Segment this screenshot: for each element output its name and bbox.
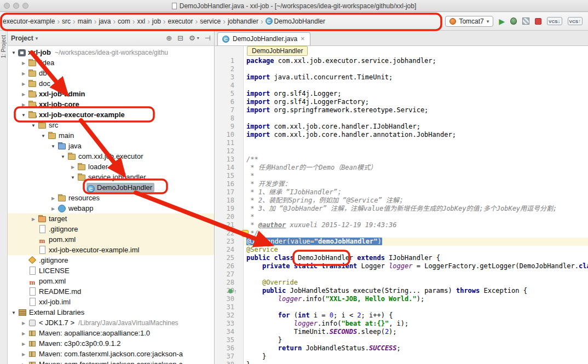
debug-button[interactable] [510,18,517,25]
collapse-arrow-icon[interactable]: ▼ [20,110,27,120]
collapse-all-icon[interactable]: ⊟ [177,34,183,42]
tree-item-gitignore[interactable]: .gitignore [8,255,214,265]
folder-icon [28,79,37,87]
expand-arrow-icon[interactable]: ▶ [20,68,27,78]
line-number: 3 [215,73,243,82]
collapse-arrow-icon[interactable]: ▼ [69,172,77,182]
editor-breadcrumb-chip[interactable]: DemoJobHandler [247,46,308,56]
breadcrumb-item-src[interactable]: src [62,18,71,25]
tree-item-xxl-job-executor-example-iml[interactable]: xxl-job-executor-example.iml [8,245,214,255]
tree-item-content: service.jobhandler [77,172,148,182]
breadcrumb-item-java[interactable]: java [99,18,111,25]
expand-arrow-icon[interactable]: ▶ [20,318,27,328]
tree-item-webapp[interactable]: ▶webapp [8,203,214,213]
breadcrumb-item-job[interactable]: job [152,18,161,25]
breadcrumb-item-xxl[interactable]: xxl [137,18,145,25]
collapse-arrow-icon[interactable]: ▼ [39,131,47,141]
expand-arrow-icon[interactable]: ▶ [20,339,27,349]
tree-item-xxl-job-executor-example[interactable]: ▼xxl-job-executor-example [8,109,214,120]
tree-item-readme-md[interactable]: README.md [8,286,214,297]
breadcrumb-item-executor-example[interactable]: executor-example [3,18,55,25]
tree-item-xxl-job[interactable]: ▼xxl-job~/workspaces/idea-git-workspace/… [8,47,214,57]
tab-demojobhandler[interactable]: C DemoJobHandler.java × [217,32,310,45]
expand-arrow-icon[interactable]: ▶ [20,349,27,359]
tree-item-pom-xml[interactable]: mpom.xml [8,234,214,245]
expand-arrow-icon[interactable]: ▶ [20,79,27,89]
collapse-arrow-icon[interactable]: ▼ [59,152,67,161]
breadcrumb-item-executor[interactable]: executor [168,18,193,25]
breadcrumb-item-service[interactable]: service [200,18,221,25]
code-line-27 [246,270,588,279]
minimize-window-icon[interactable] [13,3,19,9]
tree-item-loader[interactable]: ▶loader [8,161,214,172]
expand-arrow-icon[interactable]: ▶ [49,204,57,213]
tree-item-xxl-job-admin[interactable]: ▶xxl-job-admin [8,89,214,99]
tree-item-maven-aopalliance-aopalliance-1-0[interactable]: ▶Maven: aopalliance:aopalliance:1.0 [8,328,214,338]
tree-item-xxl-job-core[interactable]: ▶xxl-job-core [8,99,214,109]
tree-item-target[interactable]: ▶target [8,213,214,224]
folder-res-icon [57,194,66,201]
breadcrumb-item-jobhandler[interactable]: jobhandler [228,18,258,25]
editor-tabs: C DemoJobHandler.java × [215,31,588,46]
tree-item-demojobhandler[interactable]: CDemoJobHandler [8,182,214,193]
file-icon [38,246,47,253]
code-line-33: logger.info("beat at:{}", i); [246,320,588,328]
intention-bulb-icon[interactable] [241,230,249,237]
collapse-arrow-icon[interactable]: ▼ [49,141,57,151]
tree-item-maven-com-fasterxml-jackson-core-jackson-c[interactable]: ▶Maven: com.fasterxml.jackson.core:jacks… [8,359,214,364]
tree-item-label: Maven: aopalliance:aopalliance:1.0 [39,329,150,337]
expand-arrow-icon[interactable]: ▶ [69,162,77,172]
expand-arrow-icon[interactable]: ▶ [20,58,27,68]
expand-arrow-icon[interactable]: ▶ [20,89,27,99]
tree-item-external-libraries[interactable]: ▼External Libraries [8,307,214,317]
collapse-arrow-icon[interactable]: ▼ [10,48,18,57]
code-area[interactable]: package com.xxl.job.executor.service.job… [246,57,588,364]
tree-item-java[interactable]: ▼java [8,141,214,151]
override-marker-icon[interactable]: ↑ [228,288,237,294]
locate-file-icon[interactable]: ⊕ [166,34,172,42]
tree-item-xxl-job-iml[interactable]: xxl-job.iml [8,297,214,307]
tree-item-gitignore[interactable]: .gitignore [8,224,214,234]
file-icon [28,298,37,305]
tree-item-license[interactable]: LICENSE [8,265,214,276]
tree-item-idea[interactable]: ▶.idea [8,57,214,68]
stop-button[interactable] [535,18,541,25]
tree-item-pom-xml[interactable]: mpom.xml [8,276,214,286]
tree-item-src[interactable]: ▼src [8,120,214,130]
collapse-arrow-icon[interactable]: ▼ [30,120,37,130]
close-tab-icon[interactable]: × [301,36,305,42]
tree-item-db[interactable]: ▶db [8,68,214,78]
window-controls[interactable] [4,3,28,9]
tree-item-content: xxl-job~/workspaces/idea-git-workspace/g… [18,48,170,57]
close-window-icon[interactable] [4,3,10,9]
tree-item-doc[interactable]: ▶doc [8,78,214,89]
tree-item-jdk1-7[interactable]: ▶< JDK1.7 >/Library/Java/JavaVirtualMach… [8,317,214,328]
breadcrumb-item-demojobhandler[interactable]: DemoJobHandler [274,18,325,25]
tree-item-maven-c3p0-c3p0-0-9-1-2[interactable]: ▶Maven: c3p0:c3p0:0.9.1.2 [8,338,214,349]
tree-item-resources[interactable]: ▶resources [8,193,214,203]
run-button[interactable]: ▶ [499,18,505,25]
expand-arrow-icon[interactable]: ▶ [20,360,27,364]
collapse-arrow-icon[interactable]: ▼ [10,308,18,317]
project-tool-tab[interactable]: 1: Project [1,35,7,58]
tree-item-content: External Libraries [18,308,87,317]
tree-item-service-jobhandler[interactable]: ▼service.jobhandler [8,172,214,182]
hide-panel-icon[interactable]: ⊣ [205,34,211,42]
zoom-window-icon[interactable] [22,3,28,9]
vcs-commit-button[interactable]: VCS↑ [568,17,583,25]
breadcrumb-item-com[interactable]: com [118,18,130,25]
run-config-select[interactable]: Tomcat7 ▾ [445,16,493,27]
vcs-update-button[interactable]: VCS↓ [547,17,562,25]
idea-window: DemoJobHandler.java - xxl-job - [~/works… [0,0,588,364]
tree-item-maven-com-fasterxml-jackson-core-jackson-a[interactable]: ▶Maven: com.fasterxml.jackson.core:jacks… [8,349,214,359]
panel-title-dropdown[interactable]: Project ▾ [11,34,38,42]
panel-settings-icon[interactable]: ⚙ [189,34,195,42]
tree-item-main[interactable]: ▼main [8,130,214,141]
tree-item-com-xxl-job-executor[interactable]: ▼com.xxl.job.executor [8,151,214,161]
expand-arrow-icon[interactable]: ▶ [49,193,57,203]
coverage-button[interactable] [522,18,529,25]
breadcrumb-item-main[interactable]: main [78,18,92,25]
expand-arrow-icon[interactable]: ▶ [20,328,27,338]
expand-arrow-icon[interactable]: ▶ [20,100,27,109]
expand-arrow-icon[interactable]: ▶ [30,214,37,224]
